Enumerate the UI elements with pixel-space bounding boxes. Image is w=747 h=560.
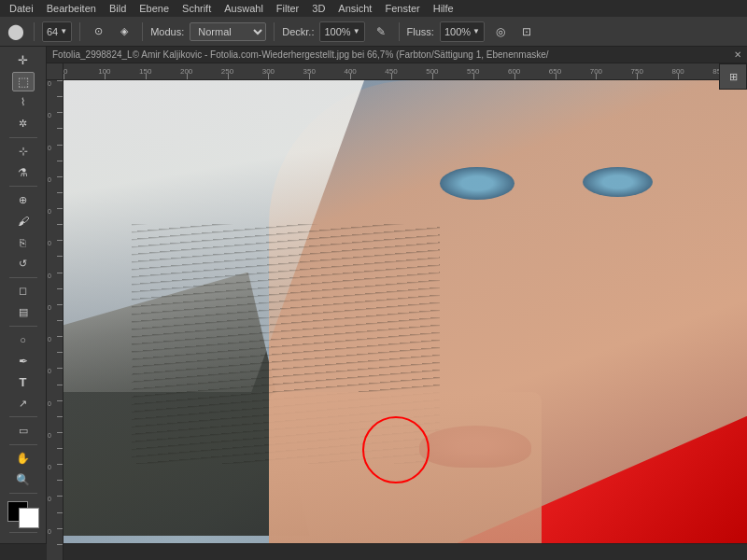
menu-hilfe[interactable]: Hilfe	[428, 3, 459, 14]
ruler-tick-v	[57, 352, 63, 353]
modus-select[interactable]: Normal Auflösen Abdunkeln	[190, 22, 266, 41]
background-color[interactable]	[19, 508, 39, 528]
hand-area	[269, 392, 543, 560]
tools-sep-5	[9, 416, 37, 417]
ruler-label-h: 550	[467, 67, 479, 76]
dodge-tool[interactable]: ○	[12, 330, 35, 350]
text-tool[interactable]: T	[12, 372, 35, 392]
ruler-tick-v	[57, 432, 63, 433]
ruler-vertical: 000000000000000	[47, 80, 63, 560]
ruler-label-v: 0	[48, 208, 51, 215]
ruler-tick-v	[57, 176, 63, 177]
tablet-pressure-icon[interactable]: ⊡	[516, 21, 537, 42]
mini-panel[interactable]: ⊞	[719, 63, 747, 90]
zoom-tool[interactable]: 🔍	[12, 470, 35, 490]
ruler-tick-v	[57, 320, 63, 321]
close-icon[interactable]: ✕	[734, 49, 741, 60]
ruler-corner	[47, 63, 63, 80]
lasso-tool[interactable]: ⌇	[12, 93, 35, 113]
ruler-label-v: 0	[48, 400, 51, 407]
ruler-label-v: 0	[48, 432, 51, 439]
ruler-label-h: 300	[262, 67, 275, 76]
ruler-tick-v	[57, 512, 63, 513]
selection-tool[interactable]: ⬚	[12, 72, 35, 91]
ruler-label-h: 150	[139, 67, 151, 76]
ruler-label-v: 0	[48, 176, 51, 183]
ruler-label-v: 0	[48, 112, 51, 119]
menu-bar: Datei Bearbeiten Bild Ebene Schrift Ausw…	[0, 0, 747, 17]
tools-sep-2	[9, 186, 37, 187]
ruler-label-h: 450	[385, 67, 397, 76]
image-filename: Fotolia_2998824_L© Amir Kaljikovic - Fot…	[52, 49, 730, 60]
color-swatch	[7, 501, 39, 528]
eyedropper-tool[interactable]: ⚗	[12, 163, 35, 183]
deckraft-box[interactable]: 100% ▼	[319, 21, 364, 42]
brush-tool[interactable]: 🖌	[12, 212, 35, 231]
ruler-label-v: 0	[48, 496, 51, 502]
ruler-tick-v	[57, 96, 63, 97]
brush-options-2[interactable]: ◈	[114, 21, 134, 42]
image-canvas[interactable]	[63, 80, 747, 560]
fluss-value: 100%	[444, 26, 471, 37]
image-title-bar: Fotolia_2998824_L© Amir Kaljikovic - Fot…	[47, 47, 747, 63]
ruler-horizontal: 5010015020025030035040045050055060065070…	[63, 63, 719, 80]
ruler-tick-v	[57, 464, 63, 465]
main-area: ✛ ⬚ ⌇ ✲ ⊹ ⚗ ⊕ 🖌 ⎘ ↺ ◻ ▤ ○ ✒ T ↗ ▭ ✋ 🔍 ⬕	[0, 47, 747, 560]
ruler-label-h: 500	[426, 67, 438, 76]
fluss-box[interactable]: 100% ▼	[440, 21, 485, 42]
ruler-tick-v	[57, 256, 63, 257]
tools-sep-1	[9, 137, 37, 138]
eye-right	[583, 167, 653, 197]
ruler-label-h: 700	[590, 67, 602, 76]
stamp-tool[interactable]: ⎘	[12, 232, 35, 252]
ruler-label-h: 750	[631, 67, 643, 76]
brush-size-box[interactable]: 64 ▼	[42, 21, 72, 42]
ruler-label-h: 100	[98, 67, 110, 76]
brush-tool-icon[interactable]: ⬤	[6, 21, 26, 42]
tools-sep-4	[9, 326, 37, 327]
ruler-tick-v	[57, 288, 63, 289]
ruler-tick-v	[57, 80, 63, 81]
menu-bild[interactable]: Bild	[104, 3, 132, 14]
menu-3d[interactable]: 3D	[306, 3, 331, 14]
menu-filter[interactable]: Filter	[271, 3, 304, 14]
menu-schrift[interactable]: Schrift	[176, 3, 217, 14]
brush-options-1[interactable]: ⊙	[88, 21, 108, 42]
hand-tool[interactable]: ✋	[12, 449, 35, 469]
ruler-tick-v	[57, 304, 63, 305]
menu-datei[interactable]: Datei	[4, 3, 39, 14]
ruler-tick-v	[57, 528, 63, 529]
crop-tool[interactable]: ⊹	[12, 142, 35, 161]
deckraft-icon[interactable]: ✎	[371, 21, 391, 42]
ruler-label-v: 0	[48, 240, 51, 246]
pen-tool[interactable]: ✒	[12, 351, 35, 371]
spot-heal-tool[interactable]: ⊕	[12, 190, 35, 210]
ruler-tick-v	[57, 208, 63, 209]
history-tool[interactable]: ↺	[12, 254, 35, 273]
airbrush-icon[interactable]: ◎	[490, 21, 511, 42]
ruler-tick-v	[57, 161, 63, 161]
menu-ebene[interactable]: Ebene	[134, 3, 175, 14]
ruler-tick-v	[57, 336, 63, 337]
rectangle-tool[interactable]: ▭	[12, 421, 35, 441]
menu-bearbeiten[interactable]: Bearbeiten	[41, 3, 102, 14]
path-select-tool[interactable]: ↗	[12, 394, 35, 413]
ruler-tick-v	[57, 192, 63, 193]
ruler-label-v: 0	[48, 336, 51, 343]
eraser-tool[interactable]: ◻	[12, 282, 35, 301]
move-tool[interactable]: ✛	[12, 50, 35, 70]
status-bar	[0, 543, 747, 560]
magic-wand-tool[interactable]: ✲	[12, 114, 35, 133]
ruler-tick-v	[57, 240, 63, 241]
gradient-tool[interactable]: ▤	[12, 302, 35, 322]
ruler-tick-v	[57, 385, 63, 385]
ruler-label-v: 0	[48, 80, 51, 87]
brush-size-value: 64	[47, 26, 58, 37]
menu-fenster[interactable]: Fenster	[379, 3, 425, 14]
toolbar-sep-3	[142, 22, 143, 41]
menu-auswahl[interactable]: Auswahl	[218, 3, 269, 14]
ruler-label-h: 400	[344, 67, 356, 76]
ruler-label-v: 0	[48, 368, 51, 374]
menu-ansicht[interactable]: Ansicht	[332, 3, 377, 14]
ruler-tick-v	[57, 400, 63, 401]
